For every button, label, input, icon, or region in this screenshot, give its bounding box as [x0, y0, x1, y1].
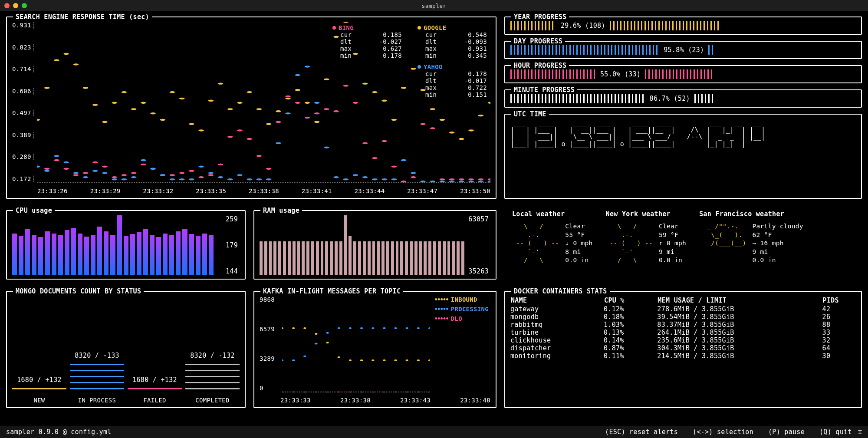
svg-point-149 [338, 356, 340, 358]
svg-point-63 [179, 98, 185, 99]
svg-point-45 [468, 178, 474, 180]
panel-title: SEARCH ENGINE RESPONSE TIME (sec) [13, 13, 152, 21]
svg-point-107 [141, 159, 146, 161]
svg-point-122 [285, 112, 291, 114]
svg-point-99 [63, 161, 69, 163]
panel-title: CPU usage [13, 207, 55, 214]
svg-point-15 [179, 172, 185, 174]
svg-point-91 [449, 132, 455, 133]
svg-point-90 [440, 119, 445, 121]
chart-y-axis: 0.9310.8230.7140.6060.4970.3890.2800.172 [12, 22, 36, 182]
svg-point-16 [189, 170, 194, 171]
svg-point-127 [333, 176, 339, 178]
svg-point-128 [343, 178, 349, 180]
svg-point-153 [383, 359, 385, 361]
svg-point-34 [362, 142, 368, 144]
svg-point-20 [227, 136, 233, 138]
svg-point-47 [488, 178, 490, 180]
svg-point-24 [266, 168, 272, 169]
svg-point-33 [353, 102, 358, 104]
svg-point-49 [44, 87, 50, 89]
svg-point-108 [150, 168, 156, 169]
svg-point-125 [314, 102, 320, 104]
svg-point-154 [394, 359, 397, 361]
panel-title: DOCKER CONTAINERS STATS [511, 287, 610, 295]
svg-point-18 [208, 174, 214, 176]
svg-point-2 [54, 159, 59, 161]
cpu-min: 144 [226, 267, 238, 275]
svg-point-48 [37, 119, 40, 121]
svg-point-57 [122, 91, 127, 93]
svg-point-115 [218, 176, 224, 178]
svg-point-72 [266, 123, 272, 125]
svg-point-152 [372, 359, 374, 361]
svg-point-3 [63, 168, 69, 169]
svg-point-71 [256, 108, 262, 110]
svg-point-65 [198, 129, 204, 131]
window-titlebar: sampler [0, 0, 868, 11]
svg-point-9 [122, 174, 127, 176]
svg-point-148 [326, 342, 329, 343]
svg-point-77 [314, 121, 320, 123]
svg-point-151 [360, 359, 363, 361]
svg-point-53 [83, 87, 89, 89]
svg-point-76 [305, 102, 310, 104]
progress-group: YEAR PROGRESS29.6% (108)DAY PROGRESS95.8… [504, 16, 862, 108]
panel-search-response: SEARCH ENGINE RESPONSE TIME (sec) 0.9310… [6, 16, 496, 199]
svg-point-150 [349, 359, 352, 361]
svg-point-54 [92, 104, 98, 105]
svg-point-163 [338, 327, 340, 329]
svg-point-117 [237, 174, 243, 176]
svg-point-167 [383, 327, 385, 329]
svg-point-116 [227, 178, 233, 180]
svg-point-44 [459, 178, 464, 180]
panel-minute-progress: MINUTE PROGRESS86.7% (52) [504, 89, 862, 108]
svg-point-104 [112, 178, 117, 180]
svg-point-98 [54, 155, 59, 157]
panel-title: UTC TIME [511, 110, 549, 118]
svg-point-92 [459, 138, 464, 140]
svg-point-51 [63, 53, 69, 55]
svg-point-96 [37, 166, 40, 168]
weather-card: New York weather \ / .-. -- ( ) -- `-' /… [606, 210, 687, 280]
weather-card: San Francisco weather _ /"".-. \_( ). /(… [699, 210, 803, 280]
ram-max: 63057 [468, 215, 489, 223]
svg-point-23 [256, 155, 262, 157]
table-row: dispatcher0.87%304.3MiB / 3.855GiB64 [510, 344, 856, 352]
table-row: mongodb0.18%39.54MiB / 3.855GiB26 [510, 313, 856, 321]
svg-point-170 [417, 327, 420, 329]
panel-day-progress: DAY PROGRESS95.8% (23) [504, 41, 862, 59]
svg-point-118 [247, 178, 252, 180]
svg-point-37 [391, 166, 397, 168]
svg-point-109 [160, 174, 166, 176]
svg-point-168 [394, 327, 397, 329]
svg-point-166 [372, 327, 374, 329]
svg-point-84 [381, 100, 387, 102]
svg-point-4 [73, 174, 79, 176]
svg-point-156 [417, 359, 420, 361]
svg-point-106 [131, 176, 137, 178]
svg-point-126 [324, 146, 329, 148]
footer-hint: (Q) quit [819, 428, 852, 436]
svg-point-147 [315, 333, 317, 335]
cpu-mid: 179 [226, 241, 238, 249]
svg-point-7 [102, 166, 108, 168]
svg-point-146 [303, 327, 306, 329]
svg-point-130 [362, 176, 368, 178]
status-bar: sampler 0.9.0 @ config.yml (ESC) reset a… [0, 426, 868, 438]
svg-point-43 [449, 178, 455, 180]
svg-point-21 [237, 129, 243, 131]
svg-point-144 [282, 327, 283, 329]
svg-point-1 [44, 168, 50, 169]
panel-hour-progress: HOUR PROGRESS55.0% (33) [504, 65, 862, 83]
svg-point-52 [73, 63, 79, 65]
mongo-col-in-process: 8320 / -133IN PROCESS [70, 296, 124, 404]
svg-point-161 [315, 343, 317, 345]
svg-point-133 [391, 178, 397, 180]
svg-point-100 [73, 172, 79, 174]
svg-point-64 [189, 123, 194, 125]
svg-point-35 [372, 157, 378, 159]
svg-point-158 [282, 359, 283, 361]
svg-point-129 [353, 174, 358, 176]
svg-point-59 [141, 102, 146, 104]
